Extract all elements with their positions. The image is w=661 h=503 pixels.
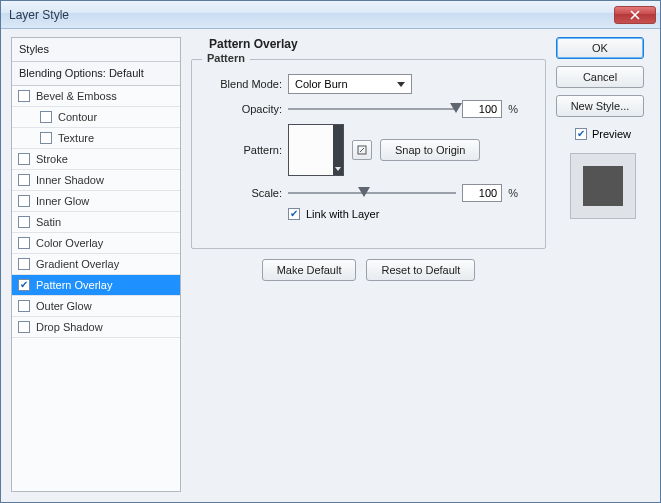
close-button[interactable]: [614, 6, 656, 24]
style-item-pattern-overlay[interactable]: Pattern Overlay: [12, 275, 180, 296]
style-item-label: Stroke: [36, 153, 68, 165]
preview-swatch: [570, 153, 636, 219]
new-preset-icon: [356, 144, 368, 156]
chevron-down-icon: [397, 82, 405, 87]
style-item-checkbox[interactable]: [18, 300, 30, 312]
style-item-checkbox[interactable]: [18, 321, 30, 333]
pattern-picker[interactable]: [288, 124, 344, 176]
fieldset-legend: Pattern: [202, 52, 250, 64]
style-item-label: Color Overlay: [36, 237, 103, 249]
reset-to-default-button[interactable]: Reset to Default: [366, 259, 475, 281]
style-item-inner-glow[interactable]: Inner Glow: [12, 191, 180, 212]
style-item-label: Bevel & Emboss: [36, 90, 117, 102]
style-item-label: Contour: [58, 111, 97, 123]
style-item-checkbox[interactable]: [18, 216, 30, 228]
pattern-fieldset: Pattern Blend Mode: Color Burn Opacity:: [191, 59, 546, 249]
default-buttons-row: Make Default Reset to Default: [191, 259, 546, 281]
ok-button[interactable]: OK: [556, 37, 644, 59]
pattern-label: Pattern:: [204, 144, 282, 156]
snap-to-origin-button[interactable]: Snap to Origin: [380, 139, 480, 161]
opacity-label: Opacity:: [204, 103, 282, 115]
style-item-label: Drop Shadow: [36, 321, 103, 333]
window-title: Layer Style: [9, 8, 614, 22]
link-with-layer-label: Link with Layer: [306, 208, 379, 220]
style-item-contour[interactable]: Contour: [12, 107, 180, 128]
right-panel: OK Cancel New Style... Preview: [556, 37, 650, 492]
blend-mode-dropdown[interactable]: Color Burn: [288, 74, 412, 94]
style-item-label: Satin: [36, 216, 61, 228]
preview-label: Preview: [592, 128, 631, 140]
link-with-layer-row[interactable]: Link with Layer: [288, 208, 533, 220]
opacity-row: Opacity: %: [204, 100, 533, 118]
opacity-unit: %: [508, 103, 518, 115]
opacity-input[interactable]: [462, 100, 502, 118]
dialog-body: Styles Blending Options: Default Bevel &…: [1, 29, 660, 502]
blending-options-row[interactable]: Blending Options: Default: [12, 62, 180, 86]
make-default-button[interactable]: Make Default: [262, 259, 357, 281]
pattern-row: Pattern: Snap to Origin: [204, 124, 533, 176]
style-item-drop-shadow[interactable]: Drop Shadow: [12, 317, 180, 338]
style-item-bevel-emboss[interactable]: Bevel & Emboss: [12, 86, 180, 107]
titlebar[interactable]: Layer Style: [1, 1, 660, 29]
style-item-checkbox[interactable]: [18, 174, 30, 186]
blend-mode-label: Blend Mode:: [204, 78, 282, 90]
section-title: Pattern Overlay: [191, 37, 546, 51]
style-item-label: Inner Glow: [36, 195, 89, 207]
cancel-button[interactable]: Cancel: [556, 66, 644, 88]
style-item-checkbox[interactable]: [18, 258, 30, 270]
style-item-outer-glow[interactable]: Outer Glow: [12, 296, 180, 317]
style-item-inner-shadow[interactable]: Inner Shadow: [12, 170, 180, 191]
preview-checkbox[interactable]: [575, 128, 587, 140]
close-icon: [630, 10, 640, 20]
style-item-checkbox[interactable]: [18, 195, 30, 207]
style-item-gradient-overlay[interactable]: Gradient Overlay: [12, 254, 180, 275]
styles-header[interactable]: Styles: [12, 38, 180, 62]
style-item-stroke[interactable]: Stroke: [12, 149, 180, 170]
styles-panel: Styles Blending Options: Default Bevel &…: [11, 37, 181, 492]
scale-unit: %: [508, 187, 518, 199]
style-item-checkbox[interactable]: [40, 111, 52, 123]
blend-mode-row: Blend Mode: Color Burn: [204, 74, 533, 94]
opacity-slider[interactable]: [288, 101, 456, 117]
preview-toggle[interactable]: Preview: [556, 128, 650, 140]
style-item-label: Inner Shadow: [36, 174, 104, 186]
scale-slider[interactable]: [288, 185, 456, 201]
style-item-checkbox[interactable]: [40, 132, 52, 144]
chevron-down-icon: [335, 167, 341, 171]
style-item-label: Texture: [58, 132, 94, 144]
options-panel: Pattern Overlay Pattern Blend Mode: Colo…: [191, 37, 546, 492]
scale-input[interactable]: [462, 184, 502, 202]
style-item-satin[interactable]: Satin: [12, 212, 180, 233]
style-item-checkbox[interactable]: [18, 153, 30, 165]
style-item-texture[interactable]: Texture: [12, 128, 180, 149]
style-item-checkbox[interactable]: [18, 237, 30, 249]
scale-label: Scale:: [204, 187, 282, 199]
style-item-label: Pattern Overlay: [36, 279, 112, 291]
scale-row: Scale: %: [204, 184, 533, 202]
style-item-color-overlay[interactable]: Color Overlay: [12, 233, 180, 254]
style-item-checkbox[interactable]: [18, 279, 30, 291]
style-item-label: Gradient Overlay: [36, 258, 119, 270]
style-item-checkbox[interactable]: [18, 90, 30, 102]
new-style-button[interactable]: New Style...: [556, 95, 644, 117]
blend-mode-value: Color Burn: [295, 78, 348, 90]
new-preset-button[interactable]: [352, 140, 372, 160]
style-item-label: Outer Glow: [36, 300, 92, 312]
layer-style-dialog: Layer Style Styles Blending Options: Def…: [0, 0, 661, 503]
link-with-layer-checkbox[interactable]: [288, 208, 300, 220]
